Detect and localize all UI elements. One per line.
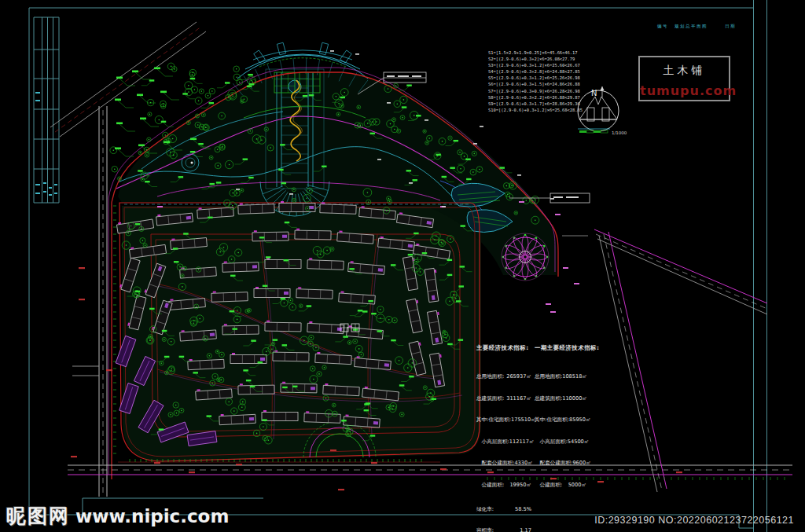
- nipic-url: www.nipic.com: [75, 506, 229, 526]
- formula-line: S5=[(2.9-0.6)+0.3÷1.2]×6=25.26<26.98: [488, 75, 583, 81]
- watermark-box: 土木铺 tumupu.com: [638, 56, 730, 101]
- watermark-site: tumupu.com: [640, 83, 729, 98]
- header-drawing-title: 规划总平面图: [675, 24, 708, 29]
- table-row: 总用地面积:265937㎡: [476, 373, 531, 380]
- table-row: 总建筑面积:311167㎡: [476, 395, 531, 402]
- formula-line: S8=[(2.9-0.6)+0.3÷2.2]×6=26.88<29.87: [488, 94, 583, 101]
- formula-line: S10=[(2.9-0.6)+0.3÷1.2]×6=25.68<28.85: [488, 107, 583, 113]
- header-no-label: 编号: [657, 24, 668, 29]
- north-label: N: [591, 89, 597, 97]
- watermark-brand: 土木铺: [640, 64, 729, 78]
- formula-line: S6=[(2.9-0.6)+0.3÷1.5]×6=24.86<26.88: [488, 81, 583, 87]
- table-row: 绿化率:58.5%: [476, 506, 531, 513]
- table-row: 小高层面积:54500㎡: [535, 438, 586, 446]
- table-row: 小高层面积:112117㎡: [476, 438, 531, 446]
- formula-line: S9=[(2.9-0.6)+0.3÷1.7]×6=28.86<29.36: [488, 101, 583, 107]
- table-phase1-indicators: 一期主要经济技术指标: 总用地面积:108518㎡ 总建筑面积:110000㎡ …: [535, 330, 586, 504]
- table-row: 总用地面积:108518㎡: [535, 373, 586, 380]
- table-row: 其中:住宅面积:85950㎡: [535, 416, 586, 424]
- table-title: 主要经济技术指标:: [476, 344, 531, 351]
- formula-line: S7=[(2.9-0.6)+0.3÷0.9]×6=26.28<26.98: [488, 88, 583, 94]
- table-row: 公建面积:19950㎡: [476, 482, 531, 489]
- table-title: 一期主要经济技术指标:: [535, 344, 586, 351]
- nipic-logo: 昵图网: [6, 503, 70, 529]
- footer-watermark: 昵图网 www.nipic.com: [6, 503, 229, 529]
- image-id-text: ID:29329190 NO:20220602123722056121: [594, 515, 794, 526]
- cad-drawing-preview[interactable]: N 1/1000 编号 规划总平面图 日期 S1=[1.5×2.9+1.9×0.…: [0, 0, 805, 532]
- table-row: 公建面积:5000㎡: [535, 482, 586, 489]
- formula-line: S2=[(2.9-0.6)+0.3÷2]×6=26.08<27.79: [488, 56, 583, 62]
- table-row: 其中:住宅面积:175510㎡: [476, 416, 531, 424]
- table-row: 容积率:1.17: [476, 527, 531, 532]
- scale-bar: 1/1000: [578, 129, 627, 135]
- formula-line: S4=[(2.9-0.6)+0.3÷2.8]×6=24.88<27.85: [488, 68, 583, 75]
- formula-line: S1=[1.5×2.9+1.9×0.25]×6=45.66<46.17: [488, 50, 583, 56]
- formula-line: S3=[(2.9-0.6)+0.3÷1.2]×6=25.60<26.67: [488, 62, 583, 68]
- table-row: 配套公建面积:4330㎡: [476, 460, 531, 467]
- scale-label: 1/1000: [612, 130, 627, 135]
- table-row: 总建筑面积:110000㎡: [535, 395, 586, 402]
- table-main-indicators: 主要经济技术指标: 总用地面积:265937㎡ 总建筑面积:311167㎡ 其中…: [476, 330, 531, 532]
- table-row: 配套公建面积:9600㎡: [535, 460, 586, 467]
- title-block: [34, 17, 59, 203]
- header-date-label: 日期: [725, 24, 736, 29]
- s-formula-list: S1=[1.5×2.9+1.9×0.25]×6=45.66<46.17 S2=[…: [488, 50, 583, 113]
- north-arrow: N 1/1000: [578, 86, 627, 135]
